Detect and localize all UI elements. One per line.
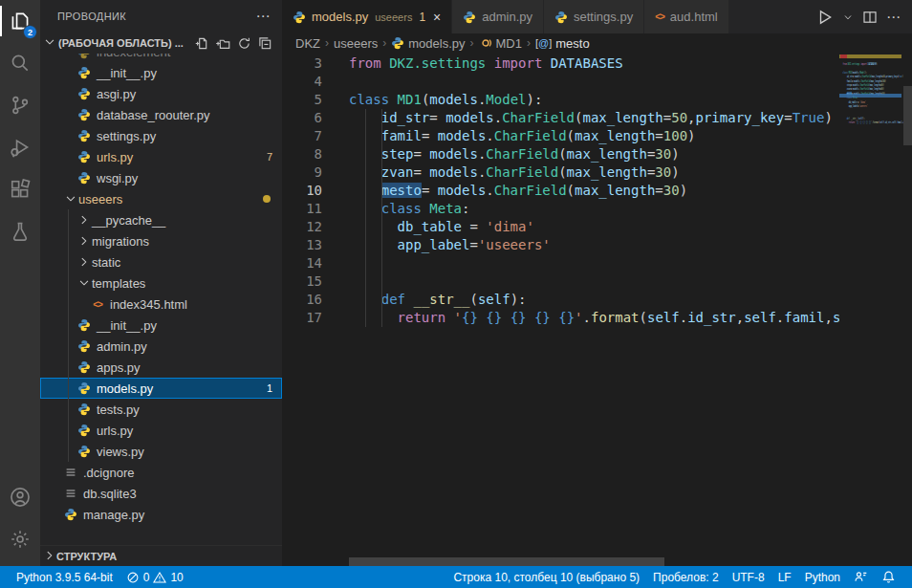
tree-item-indexelement[interactable]: indexelement	[40, 54, 282, 62]
code-text: mesto= models.CharField(max_length=30)	[322, 182, 687, 200]
tree-item-useeers[interactable]: useeers	[40, 188, 282, 209]
collapse-all-icon[interactable]	[258, 36, 272, 51]
tree-item-settings.py[interactable]: settings.py	[40, 125, 282, 146]
explorer-more-actions-icon[interactable]: ⋯	[256, 8, 271, 25]
breadcrumb-item-MD1[interactable]: MD1	[479, 36, 522, 51]
python-icon	[391, 36, 404, 50]
tree-item-static[interactable]: static	[40, 251, 282, 272]
activity-settings-gear[interactable]	[0, 518, 40, 560]
status-python-interpreter[interactable]: Python 3.9.5 64-bit	[10, 566, 119, 588]
breadcrumb-item-mesto[interactable]: [@]mesto	[535, 36, 590, 51]
breadcrumb-item-useeers[interactable]: useeers	[334, 36, 378, 51]
tab-problems-badge: 1	[419, 11, 425, 24]
code-text: return '{} {} {} {} {}'.format(self.id_s…	[839, 120, 903, 124]
status-encoding[interactable]: UTF-8	[726, 566, 771, 588]
split-editor-button[interactable]	[862, 10, 878, 25]
breadcrumb-item-models.py[interactable]: models.py	[391, 36, 465, 51]
tree-item-db.sqlite3[interactable]: db.sqlite3	[40, 483, 282, 504]
run-dropdown-button[interactable]	[842, 11, 854, 23]
status-language-mode[interactable]: Python	[798, 566, 847, 588]
line-number: 13	[282, 236, 322, 254]
minimap-selection-marker	[839, 94, 901, 98]
python-icon	[554, 11, 568, 24]
file-tree: indexelement__init__.pyasgi.pydatabase_r…	[40, 54, 282, 525]
vertical-scrollbar[interactable]	[903, 86, 912, 145]
tree-item-asgi.py[interactable]: asgi.py	[40, 83, 282, 104]
tree-item-__init__.py[interactable]: __init__.py	[40, 315, 282, 336]
status-bar: Python 3.9.5 64-bit010 Строка 10, столбе…	[0, 566, 912, 588]
tree-item-urls.py[interactable]: urls.py7	[40, 146, 282, 167]
tree-item-database_roouter.py[interactable]: database_roouter.py	[40, 104, 282, 125]
modified-dot	[263, 195, 271, 203]
activity-search[interactable]	[0, 42, 40, 84]
tree-item-wsgi.py[interactable]: wsgi.py	[40, 167, 282, 188]
symbol-class-icon	[479, 36, 492, 50]
horizontal-scrollbar[interactable]	[349, 557, 664, 566]
tree-item-index345.html[interactable]: <>index345.html	[40, 294, 282, 315]
python-icon	[76, 108, 92, 121]
code-editor[interactable]: 3from DKZ.settings import DATABASES45cla…	[282, 53, 912, 566]
tree-item-tests.py[interactable]: tests.py	[40, 399, 282, 420]
tree-item-views.py[interactable]: views.py	[40, 441, 282, 462]
tree-item-label: static	[92, 255, 120, 270]
tree-item-migrations[interactable]: migrations	[40, 230, 282, 251]
activity-extensions[interactable]	[0, 168, 40, 210]
problems-badge: 7	[267, 151, 272, 163]
activity-explorer[interactable]: 2	[0, 0, 40, 42]
status-eol[interactable]: LF	[771, 566, 798, 588]
tab-settings.py[interactable]: settings.py	[544, 0, 644, 33]
code-line-3: 3from DKZ.settings import DATABASES	[282, 54, 839, 73]
activity-badge: 2	[23, 25, 37, 39]
status-problems[interactable]: 010	[119, 566, 190, 588]
chevron-right-icon	[76, 255, 92, 269]
line-number: 11	[282, 200, 322, 218]
status-label: LF	[778, 571, 792, 584]
testing-icon	[10, 221, 31, 242]
tree-item-urls.py[interactable]: urls.py	[40, 420, 282, 441]
new-folder-icon[interactable]	[216, 36, 230, 51]
line-number: 6	[282, 109, 322, 127]
activity-run-debug[interactable]	[0, 126, 40, 168]
tab-description: useeers	[375, 11, 412, 23]
status-cursor-position[interactable]: Строка 10, столбец 10 (выбрано 5)	[446, 566, 646, 588]
status-notifications[interactable]	[875, 566, 902, 588]
activity-source-control[interactable]	[0, 84, 40, 126]
tree-item-.dcignore[interactable]: .dcignore	[40, 462, 282, 483]
python-icon	[76, 339, 92, 353]
refresh-icon[interactable]	[237, 36, 251, 51]
new-file-icon[interactable]	[195, 36, 209, 51]
status-feedback[interactable]	[847, 566, 875, 588]
tree-item-__init__.py[interactable]: __init__.py	[40, 62, 282, 83]
tab-aud.html[interactable]: <>aud.html	[644, 0, 729, 33]
code-text	[322, 254, 349, 272]
tree-item-__pycache__[interactable]: __pycache__	[40, 209, 282, 230]
minimap-error-marker	[840, 54, 847, 58]
activity-account[interactable]	[0, 476, 40, 518]
status-label: Python	[805, 571, 840, 584]
status-indentation[interactable]: Пробелов: 2	[646, 566, 726, 588]
tab-label: models.py	[312, 10, 368, 24]
python-icon	[76, 150, 92, 163]
tree-item-apps.py[interactable]: apps.py	[40, 357, 282, 378]
close-icon[interactable]: ×	[433, 11, 441, 24]
code-line-4: 4	[282, 73, 839, 91]
extensions-icon	[10, 179, 31, 200]
explorer-sidebar: ПРОВОДНИК ⋯ (РАБОЧАЯ ОБЛАСТЬ) ... indexe…	[40, 0, 282, 566]
breadcrumb-item-DKZ[interactable]: DKZ	[295, 36, 320, 51]
tree-item-templates[interactable]: templates	[40, 272, 282, 294]
breadcrumb-label: MD1	[496, 36, 522, 51]
tree-item-manage.py[interactable]: manage.py	[40, 504, 282, 525]
minimap[interactable]: from DKZ.settings import DATABASESclass …	[839, 53, 903, 215]
outline-section-header[interactable]: СТРУКТУРА	[40, 545, 282, 566]
tree-item-admin.py[interactable]: admin.py	[40, 336, 282, 357]
line-number: 14	[282, 254, 322, 272]
activity-bar: 2	[0, 0, 40, 566]
tab-admin.py[interactable]: admin.py	[452, 0, 544, 33]
run-button[interactable]	[816, 9, 834, 26]
tree-item-models.py[interactable]: models.py1	[40, 378, 282, 399]
workspace-section-header[interactable]: (РАБОЧАЯ ОБЛАСТЬ) ...	[40, 33, 282, 54]
tab-models.py[interactable]: models.pyuseeers1×	[282, 0, 452, 33]
tree-item-label: asgi.py	[97, 87, 136, 101]
activity-testing[interactable]	[0, 210, 40, 252]
more-actions-icon[interactable]: ⋯	[886, 9, 901, 26]
